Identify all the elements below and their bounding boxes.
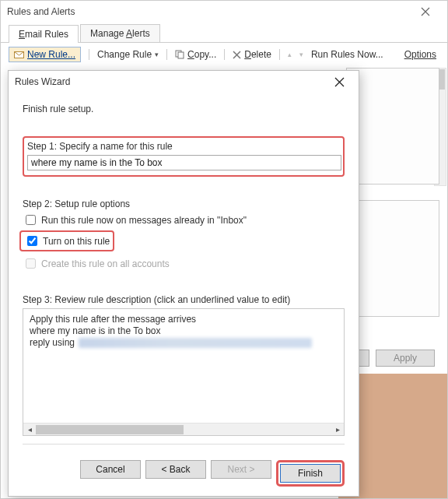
all-accounts-checkbox: Create this rule on all accounts [23, 256, 345, 271]
rule-description [346, 200, 439, 317]
rule-description-box[interactable]: Apply this rule after the message arrive… [23, 308, 345, 436]
tab-email-rules[interactable]: Email Rules [9, 25, 79, 43]
delete-icon [233, 51, 241, 59]
step3-label: Step 3: Review rule description (click a… [23, 294, 345, 305]
next-button: Next > [211, 460, 271, 479]
copy-icon [175, 50, 184, 59]
parent-titlebar[interactable]: Rules and Alerts [1, 1, 447, 23]
redacted-value[interactable] [79, 338, 312, 348]
horizontal-scrollbar[interactable]: ◂ ▸ [23, 423, 344, 435]
toolbar-label: Copy... [187, 49, 216, 60]
checkbox-label: Run this rule now on messages already in… [41, 215, 247, 226]
separator [279, 49, 280, 60]
back-button[interactable]: < Back [145, 460, 206, 479]
checkbox[interactable] [26, 215, 36, 225]
move-down-icon[interactable]: ▾ [299, 51, 303, 58]
rule-name-input[interactable] [27, 155, 341, 170]
turn-on-checkbox[interactable]: Turn on this rule [24, 234, 110, 248]
move-up-icon[interactable]: ▴ [288, 51, 292, 58]
scroll-right-icon[interactable]: ▸ [331, 424, 344, 435]
step2-label: Step 2: Setup rule options [23, 199, 345, 209]
toolbar-label: Change Rule [97, 49, 152, 60]
toolbar-label: New Rule... [27, 49, 75, 60]
toolbar: New Rule... Change Rule ▾ Copy... Delete… [1, 43, 447, 66]
options-button[interactable]: Options [404, 49, 436, 60]
delete-button[interactable]: Delete [233, 49, 271, 60]
separator [89, 49, 89, 60]
run-rules-button[interactable]: Run Rules Now... [311, 49, 383, 60]
tabs: Email Rules Manage Alerts [1, 23, 447, 43]
copy-button[interactable]: Copy... [175, 49, 216, 60]
wizard-title: Rules Wizard [15, 76, 326, 87]
cancel-button[interactable]: Cancel [80, 460, 141, 479]
separator [224, 49, 225, 60]
apply-button[interactable]: Apply [376, 350, 435, 367]
checkbox[interactable] [27, 236, 37, 246]
parent-title: Rules and Alerts [7, 6, 410, 17]
desc-line: reply using [30, 337, 338, 348]
close-icon[interactable] [410, 2, 441, 21]
svg-rect-2 [178, 52, 184, 58]
wizard-titlebar[interactable]: Rules Wizard [9, 71, 359, 93]
desc-text: reply using [30, 337, 75, 348]
toolbar-label: Delete [244, 49, 271, 60]
checkbox-label: Turn on this rule [43, 236, 110, 247]
step1-label: Step 1: Specify a name for this rule [27, 141, 340, 152]
new-rule-icon [14, 51, 24, 59]
step1-highlight: Step 1: Specify a name for this rule [23, 136, 345, 177]
checkbox [26, 258, 36, 269]
desc-line: where my name is in the To box [30, 325, 338, 336]
instruction-text: Finish rule setup. [23, 104, 345, 114]
rules-wizard-dialog: Rules Wizard Finish rule setup. Step 1: … [8, 70, 359, 497]
tab-manage-alerts[interactable]: Manage Alerts [80, 24, 160, 42]
tab-label: Email Rules [19, 29, 68, 40]
toolbar-label: Run Rules Now... [311, 49, 383, 60]
new-rule-button[interactable]: New Rule... [9, 47, 81, 62]
close-icon[interactable] [326, 73, 352, 90]
separator [166, 49, 167, 60]
finish-button[interactable]: Finish [280, 464, 341, 483]
scroll-thumb[interactable] [36, 425, 184, 434]
change-rule-button[interactable]: Change Rule ▾ [97, 49, 159, 60]
scroll-left-icon[interactable]: ◂ [23, 424, 36, 435]
wizard-button-row: Cancel < Back Next > Finish [9, 460, 359, 496]
finish-highlight: Finish [276, 460, 345, 487]
chevron-down-icon: ▾ [155, 51, 159, 58]
scroll-track[interactable] [36, 424, 331, 435]
background-lists [346, 68, 439, 332]
run-now-checkbox[interactable]: Run this rule now on messages already in… [23, 213, 345, 227]
rules-list [346, 68, 439, 184]
divider [23, 444, 345, 445]
desc-line: Apply this rule after the message arrive… [30, 314, 338, 325]
turn-on-highlight: Turn on this rule [19, 230, 114, 251]
checkbox-label: Create this rule on all accounts [41, 258, 170, 269]
tab-label: Manage Alerts [90, 28, 150, 39]
